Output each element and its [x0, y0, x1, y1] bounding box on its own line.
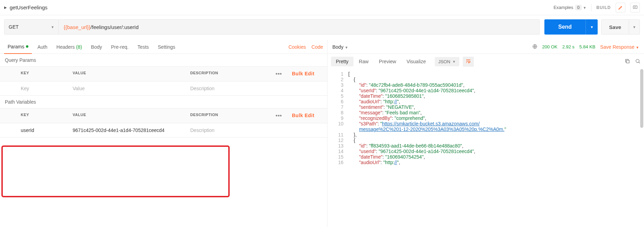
method-select[interactable]: GET ▼ [4, 19, 59, 35]
tab-pretty[interactable]: Pretty [331, 57, 353, 66]
code-line: 9 "recognizedBy": "comprehend", [328, 115, 644, 121]
url-variable: {{base_url}} [64, 24, 91, 30]
qp-key-placeholder: Key [21, 86, 29, 91]
code-line: 13 "id": "ff834593-aad1-44de-be66-8b14e4… [328, 143, 644, 149]
response-size: 5.84 KB [579, 44, 595, 49]
query-params-header: KEY VALUE DESCRIPTION ••• Bulk Edit [0, 66, 327, 82]
qp-head-value: VALUE [70, 67, 184, 81]
code-line: 12 { [328, 138, 644, 143]
response-header: Body ▼ 200 OK 2.92 s 5.84 KB Save Respon… [328, 40, 644, 54]
code-line: 10 "s3Path": "https://smkarticle-bucket.… [328, 121, 644, 126]
search-icon[interactable] [635, 58, 641, 65]
svg-rect-2 [626, 60, 629, 63]
qp-value-placeholder: Value [73, 86, 85, 91]
pv-desc-placeholder: Description [190, 127, 214, 133]
code-line: message%2C%201-12-2020%205%3A03%3A05%20p… [328, 126, 644, 132]
tab-preview[interactable]: Preview [374, 57, 401, 66]
tab-raw[interactable]: Raw [354, 57, 374, 66]
code-line: 1[ [328, 71, 644, 77]
pv-head-value: VALUE [70, 108, 184, 123]
code-line: 8 "message": "Feels bad man", [328, 110, 644, 115]
qp-desc-placeholder: Description [190, 86, 214, 91]
status-code: 200 OK [542, 44, 558, 49]
response-body[interactable]: 1[2 {3 "id": "48c72fb4-ade8-484d-b789-05… [328, 69, 644, 227]
copy-icon[interactable] [625, 58, 630, 65]
tab-prereq[interactable]: Pre-req. [108, 40, 132, 54]
annotation-highlight [1, 145, 230, 197]
headers-count: (8) [76, 44, 82, 50]
code-line: 2 { [328, 77, 644, 82]
tab-tests[interactable]: Tests [134, 40, 153, 54]
response-panel: Body ▼ 200 OK 2.92 s 5.84 KB Save Respon… [327, 40, 644, 227]
url-input[interactable]: {{base_url}}/feelings/user/:userId [59, 19, 540, 35]
code-line: 16 "audioUrl": "http://", [328, 160, 644, 165]
comment-icon[interactable] [630, 3, 640, 12]
query-params-empty-row[interactable]: Key Value Description [0, 82, 327, 96]
chevron-down-icon: ▼ [345, 46, 348, 49]
code-line: 11 }, [328, 132, 644, 138]
qp-head-key: KEY [18, 67, 70, 81]
edit-icon[interactable] [616, 3, 625, 12]
code-line: 6 "audioUrl": "http://", [328, 99, 644, 104]
params-modified-dot [26, 45, 28, 48]
request-name: getUserFeelings [10, 4, 47, 10]
code-line: 4 "userId": "9671c425-002d-44e1-a1d4-705… [328, 88, 644, 93]
examples-count: 0 [575, 5, 582, 10]
bulk-edit-link[interactable]: Bulk Edit [292, 113, 314, 118]
svg-point-3 [636, 59, 639, 62]
more-icon[interactable]: ••• [268, 67, 289, 81]
wrap-lines-icon[interactable] [463, 57, 474, 67]
tab-params[interactable]: Params [4, 40, 32, 54]
save-button[interactable]: Save ▼ [601, 19, 640, 35]
more-icon[interactable]: ••• [268, 108, 289, 123]
examples-label: Examples [553, 5, 573, 10]
tab-body[interactable]: Body [88, 40, 105, 54]
code-line: 7 "sentiment": "NEGATIVE", [328, 104, 644, 110]
response-time: 2.92 s [562, 44, 574, 49]
save-dropdown-icon[interactable]: ▼ [629, 19, 640, 35]
code-link[interactable]: Code [312, 44, 323, 50]
scrollbar[interactable] [640, 69, 643, 128]
save-label: Save [601, 24, 629, 30]
divider [591, 4, 591, 11]
tab-auth[interactable]: Auth [34, 40, 51, 54]
request-bar: GET ▼ {{base_url}}/feelings/user/:userId… [0, 15, 644, 40]
pv-value: 9671c425-002d-44e1-a1d4-705281ceecd4 [73, 127, 164, 133]
request-name-bar: ▶ getUserFeelings Examples 0 ▼ BUILD [0, 0, 644, 15]
bulk-edit-link[interactable]: Bulk Edit [292, 71, 314, 76]
code-line: 14 "userId": "9671c425-002d-44e1-a1d4-70… [328, 149, 644, 154]
request-panel: Params Auth Headers(8) Body Pre-req. Tes… [0, 40, 327, 227]
cookies-link[interactable]: Cookies [288, 44, 306, 50]
request-tabs: Params Auth Headers(8) Body Pre-req. Tes… [0, 40, 327, 54]
send-button[interactable]: Send ▼ [544, 19, 598, 35]
chevron-down-icon: ▼ [51, 25, 54, 29]
send-label: Send [544, 24, 586, 30]
response-body-dropdown[interactable]: Body ▼ [332, 44, 348, 50]
path-variable-row[interactable]: userId 9671c425-002d-44e1-a1d4-705281cee… [0, 123, 327, 138]
chevron-down-icon: ▼ [452, 60, 456, 64]
response-type-select[interactable]: JSON▼ [435, 57, 459, 66]
url-path: /feelings/user/:userId [91, 24, 139, 30]
path-variables-title: Path Variables [0, 96, 327, 108]
tab-headers[interactable]: Headers(8) [53, 40, 85, 54]
svg-rect-0 [633, 6, 637, 9]
expand-icon[interactable]: ▶ [4, 6, 7, 9]
code-line: 5 "dateTime": "1606852985801", [328, 93, 644, 99]
method-value: GET [9, 24, 19, 30]
build-button[interactable]: BUILD [596, 5, 611, 10]
tab-settings[interactable]: Settings [154, 40, 179, 54]
pv-key: userId [21, 127, 34, 133]
globe-icon[interactable] [532, 44, 537, 50]
pv-head-key: KEY [18, 108, 70, 123]
code-line: 15 "dateTime": "1606940754254", [328, 154, 644, 160]
pv-head-desc: DESCRIPTION [184, 108, 268, 123]
examples-dropdown[interactable]: Examples 0 ▼ [553, 5, 586, 10]
save-response-link[interactable]: Save Response ▼ [600, 44, 639, 50]
response-view-tabs: Pretty Raw Preview Visualize JSON▼ [328, 54, 644, 69]
chevron-down-icon: ▼ [636, 46, 639, 49]
tab-visualize[interactable]: Visualize [402, 57, 431, 66]
send-dropdown-icon[interactable]: ▼ [586, 19, 598, 35]
code-line: 3 "id": "48c72fb4-ade8-484d-b789-055ac59… [328, 82, 644, 88]
query-params-title: Query Params [0, 54, 327, 66]
chevron-down-icon: ▼ [583, 6, 586, 10]
